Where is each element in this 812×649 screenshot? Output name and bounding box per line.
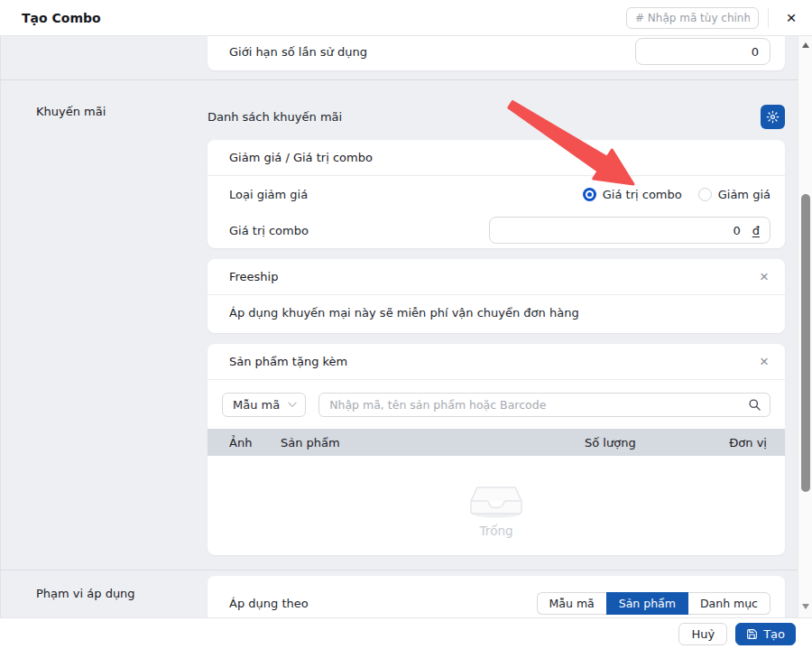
scrollbar-up-icon[interactable]	[802, 42, 809, 48]
promotion-list-label: Danh sách khuyến mãi	[208, 110, 342, 124]
save-icon	[746, 628, 758, 640]
header-divider	[768, 8, 769, 28]
gift-table-header: Ảnh Sản phẩm Số lượng Đơn vị	[208, 429, 785, 456]
dialog-header: Tạo Combo ×	[0, 0, 812, 36]
radio-combo-value-label: Giá trị combo	[603, 188, 682, 201]
radio-unselected-icon	[698, 188, 712, 201]
usage-limit-label: Giới hạn số lần sử dụng	[229, 45, 367, 59]
segment-product-button[interactable]: Sản phẩm	[606, 592, 688, 615]
scope-section: Phạm vi áp dụng Áp dụng theo Mẫu mã Sản …	[0, 570, 812, 617]
apply-by-segmented-control: Mẫu mã Sản phẩm Danh mục	[537, 592, 770, 615]
gift-products-card: Sản phẩm tặng kèm × Mẫu mã	[208, 344, 785, 555]
usage-limit-value: 0	[752, 45, 759, 59]
freeship-card-title: Freeship	[229, 270, 278, 283]
promotion-section: Khuyến mãi Danh sách khuyến mãi	[0, 80, 812, 570]
close-icon[interactable]: ×	[778, 5, 805, 32]
search-icon[interactable]	[748, 398, 761, 412]
variant-filter-label: Mẫu mã	[233, 398, 280, 412]
scrollbar-thumb[interactable]	[801, 194, 810, 492]
freeship-card: Freeship × Áp dụng khuyến mại này sẽ miễ…	[208, 259, 785, 333]
radio-selected-icon	[583, 188, 596, 201]
apply-by-label: Áp dụng theo	[229, 597, 309, 610]
dialog-body: Giới hạn số lần sử dụng 0 Khuyến mãi Dan…	[0, 36, 812, 617]
promotion-settings-button[interactable]	[761, 105, 785, 129]
discount-type-label: Loại giảm giá	[229, 188, 308, 201]
col-header-product: Sản phẩm	[281, 436, 585, 450]
gear-icon	[766, 110, 780, 124]
currency-suffix: đ	[752, 224, 760, 237]
gift-search-input[interactable]	[329, 398, 748, 412]
promotion-section-label: Khuyến mãi	[36, 105, 208, 118]
col-header-unit: Đơn vị	[713, 436, 767, 450]
create-button-label: Tạo	[763, 627, 785, 641]
combo-value: 0	[733, 224, 740, 237]
gift-close-icon[interactable]: ×	[758, 354, 770, 369]
dialog-title: Tạo Combo	[22, 11, 101, 25]
col-header-image: Ảnh	[229, 436, 281, 450]
radio-combo-value[interactable]: Giá trị combo	[583, 188, 682, 201]
scope-card: Áp dụng theo Mẫu mã Sản phẩm Danh mục	[208, 576, 785, 617]
vertical-scrollbar[interactable]	[798, 36, 812, 617]
col-header-quantity: Số lượng	[585, 436, 713, 450]
gift-card-title: Sản phẩm tặng kèm	[229, 355, 347, 368]
gift-search-box	[318, 393, 770, 417]
cancel-button[interactable]: Huỷ	[678, 623, 727, 645]
discount-card: Giảm giá / Giá trị combo Loại giảm giá G…	[208, 140, 785, 248]
freeship-close-icon[interactable]: ×	[758, 269, 770, 284]
radio-discount-label: Giảm giá	[718, 188, 770, 201]
chevron-down-icon	[288, 402, 297, 408]
create-button[interactable]: Tạo	[735, 623, 796, 645]
empty-text: Trống	[479, 524, 512, 538]
usage-limit-input[interactable]: 0	[635, 38, 770, 65]
usage-limit-row: Giới hạn số lần sử dụng 0	[208, 36, 785, 70]
segment-variant-button[interactable]: Mẫu mã	[537, 592, 606, 615]
variant-filter-select[interactable]: Mẫu mã	[222, 393, 306, 417]
combo-value-input[interactable]: 0 đ	[489, 217, 770, 244]
empty-tray-icon	[467, 473, 525, 520]
dialog-footer: Huỷ Tạo	[0, 617, 812, 649]
custom-code-input[interactable]	[626, 7, 759, 29]
scrollbar-down-icon[interactable]	[802, 604, 809, 609]
radio-discount[interactable]: Giảm giá	[698, 188, 770, 201]
create-combo-dialog: Tạo Combo × Giới hạn số lần sử dụng 0 Kh…	[0, 0, 812, 649]
scope-section-label: Phạm vi áp dụng	[36, 587, 208, 600]
gift-table-empty-state: Trống	[208, 456, 785, 555]
discount-card-title: Giảm giá / Giá trị combo	[229, 151, 373, 164]
freeship-description: Áp dụng khuyến mại này sẽ miễn phí vận c…	[208, 295, 785, 333]
combo-value-label: Giá trị combo	[229, 224, 309, 237]
segment-category-button[interactable]: Danh mục	[688, 592, 770, 615]
